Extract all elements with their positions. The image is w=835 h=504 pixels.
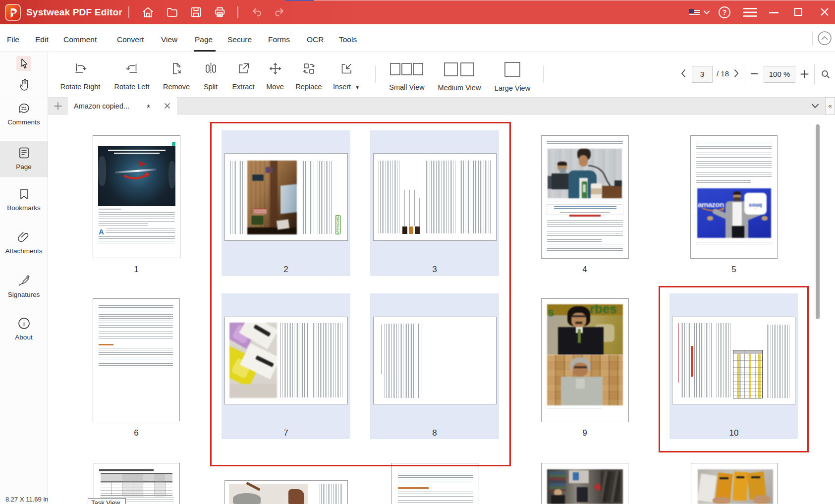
svg-text:?: ? xyxy=(723,8,727,16)
